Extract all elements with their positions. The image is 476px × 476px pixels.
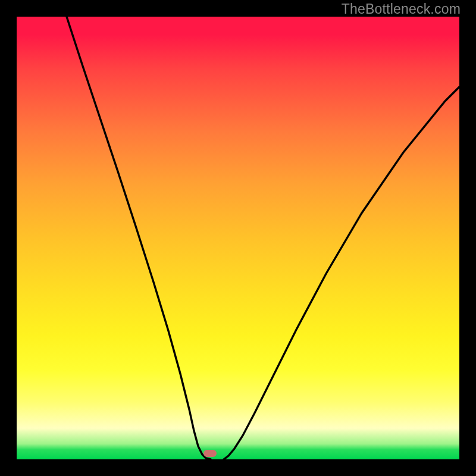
bottleneck-curve [17,17,459,459]
optimal-marker [203,450,217,457]
curve-path [67,17,459,459]
watermark-text: TheBottleneck.com [342,1,461,17]
chart-frame [17,17,459,459]
